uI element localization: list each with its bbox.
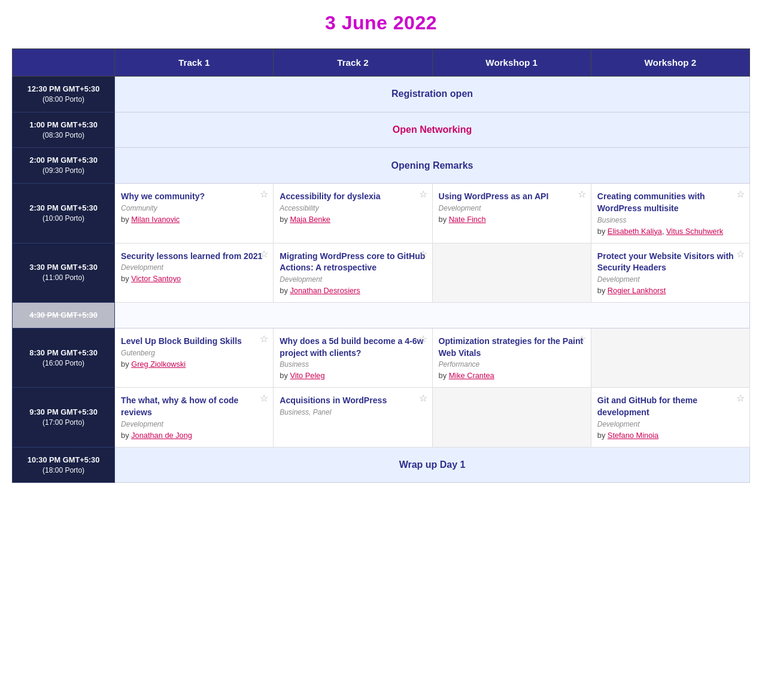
session-title: Security lessons learned from 2021 bbox=[121, 251, 267, 263]
session-title: Migrating WordPress core to GitHub Actio… bbox=[280, 251, 426, 274]
favorite-button[interactable]: ☆ bbox=[578, 334, 586, 344]
session-cell: ☆ Accessibility for dyslexia Accessibili… bbox=[274, 184, 432, 243]
session-speaker: by Mike Crantea bbox=[439, 371, 585, 380]
favorite-button[interactable]: ☆ bbox=[736, 394, 745, 403]
speaker-link[interactable]: Stefano Minoia bbox=[608, 431, 658, 440]
time-cell: 10:30 PM GMT+5:30 (18:00 Porto) bbox=[13, 447, 115, 483]
time-cell-strikethrough: 4:30 PM GMT+5:30 bbox=[13, 302, 115, 328]
speaker-link[interactable]: Elisabeth Kaliya bbox=[608, 227, 662, 236]
span-event: Open Networking bbox=[115, 112, 750, 148]
time-cell: 2:00 PM GMT+5:30 (09:30 Porto) bbox=[13, 148, 115, 184]
session-speaker: by Nate Finch bbox=[439, 215, 585, 224]
session-category: Development bbox=[121, 420, 267, 428]
session-cell: ☆ Using WordPress as an API Development … bbox=[432, 184, 591, 243]
favorite-button[interactable]: ☆ bbox=[736, 190, 745, 199]
favorite-button[interactable]: ☆ bbox=[736, 249, 745, 259]
page-title: 3 June 2022 bbox=[12, 12, 750, 34]
session-category: Development bbox=[280, 275, 426, 284]
favorite-button[interactable]: ☆ bbox=[260, 249, 268, 259]
session-cell: ☆ Git and GitHub for theme development D… bbox=[591, 388, 749, 447]
session-category: Development bbox=[439, 204, 585, 212]
favorite-button[interactable]: ☆ bbox=[419, 334, 427, 344]
session-cell: ☆ Optimization strategies for the Paint … bbox=[432, 328, 591, 387]
session-category: Performance bbox=[439, 360, 585, 369]
span-event-strikethrough bbox=[115, 302, 750, 328]
favorite-button[interactable]: ☆ bbox=[419, 190, 427, 199]
span-event: Wrap up Day 1 bbox=[115, 447, 750, 483]
session-speaker: by Stefano Minoia bbox=[597, 431, 743, 440]
session-speaker: by Jonathan de Jong bbox=[121, 431, 267, 440]
session-title: Creating communities with WordPress mult… bbox=[597, 191, 743, 214]
session-category: Development bbox=[597, 275, 743, 284]
session-cell: ☆ Security lessons learned from 2021 Dev… bbox=[115, 243, 274, 302]
session-speaker: by Elisabeth Kaliya, Vitus Schuhwerk bbox=[597, 227, 743, 236]
speaker-link[interactable]: Victor Santoyo bbox=[131, 274, 181, 283]
speaker-link[interactable]: Vitus Schuhwerk bbox=[666, 227, 723, 236]
session-title: Protect your Website Visitors with Secur… bbox=[597, 251, 743, 274]
session-speaker: by Rogier Lankhorst bbox=[597, 286, 743, 295]
speaker-link[interactable]: Mike Crantea bbox=[449, 371, 494, 380]
empty-cell bbox=[432, 243, 591, 302]
session-category: Development bbox=[121, 263, 267, 272]
session-category: Accessibility bbox=[280, 204, 426, 212]
time-cell: 3:30 PM GMT+5:30 (11:00 Porto) bbox=[13, 243, 115, 302]
time-cell: 12:30 PM GMT+5:30 (08:00 Porto) bbox=[13, 77, 115, 112]
session-speaker: by Victor Santoyo bbox=[121, 274, 267, 283]
empty-cell bbox=[432, 388, 591, 447]
favorite-button[interactable]: ☆ bbox=[260, 394, 268, 403]
session-category: Business bbox=[597, 216, 743, 224]
session-cell: ☆ The what, why & how of code reviews De… bbox=[115, 388, 274, 447]
session-category: Business bbox=[280, 360, 426, 369]
session-title: Why we community? bbox=[121, 191, 267, 203]
session-category: Gutenberg bbox=[121, 349, 267, 357]
speaker-link[interactable]: Milan Ivanovic bbox=[131, 215, 180, 224]
time-cell: 8:30 PM GMT+5:30 (16:00 Porto) bbox=[13, 328, 115, 387]
speaker-link[interactable]: Jonathan Desrosiers bbox=[290, 286, 360, 295]
session-speaker: by Maja Benke bbox=[280, 215, 426, 224]
span-event: Registration open bbox=[115, 77, 750, 112]
speaker-link[interactable]: Jonathan de Jong bbox=[131, 431, 192, 440]
col-header-track1: Track 1 bbox=[115, 49, 274, 77]
favorite-button[interactable]: ☆ bbox=[260, 334, 268, 344]
session-title: Optimization strategies for the Paint We… bbox=[439, 336, 585, 359]
session-cell: ☆ Why we community? Community by Milan I… bbox=[115, 184, 274, 243]
session-cell: ☆ Protect your Website Visitors with Sec… bbox=[591, 243, 749, 302]
col-header-workshop1: Workshop 1 bbox=[432, 49, 591, 77]
time-cell: 1:00 PM GMT+5:30 (08:30 Porto) bbox=[13, 112, 115, 148]
session-category: Community bbox=[121, 204, 267, 212]
favorite-button[interactable]: ☆ bbox=[419, 249, 427, 259]
session-speaker: by Vito Peleg bbox=[280, 371, 426, 380]
session-title: The what, why & how of code reviews bbox=[121, 395, 267, 418]
session-cell: ☆ Level Up Block Building Skills Gutenbe… bbox=[115, 328, 274, 387]
session-title: Using WordPress as an API bbox=[439, 191, 585, 203]
speaker-link[interactable]: Maja Benke bbox=[290, 215, 330, 224]
session-category: Business, Panel bbox=[280, 408, 426, 416]
session-cell: ☆ Migrating WordPress core to GitHub Act… bbox=[274, 243, 432, 302]
speaker-link[interactable]: Greg Ziolkowski bbox=[131, 360, 186, 369]
favorite-button[interactable]: ☆ bbox=[419, 394, 427, 403]
session-title: Git and GitHub for theme development bbox=[597, 395, 743, 418]
session-title: Level Up Block Building Skills bbox=[121, 336, 267, 348]
session-speaker: by Jonathan Desrosiers bbox=[280, 286, 426, 295]
session-category: Development bbox=[597, 420, 743, 428]
session-cell: ☆ Creating communities with WordPress mu… bbox=[591, 184, 749, 243]
session-speaker: by Milan Ivanovic bbox=[121, 215, 267, 224]
session-title: Acquisitions in WordPress bbox=[280, 395, 426, 407]
time-cell: 2:30 PM GMT+5:30 (10:00 Porto) bbox=[13, 184, 115, 243]
session-cell: ☆ Why does a 5d build become a 4-6w proj… bbox=[274, 328, 432, 387]
session-title: Why does a 5d build become a 4-6w projec… bbox=[280, 336, 426, 359]
favorite-button[interactable]: ☆ bbox=[260, 190, 268, 199]
span-event: Opening Remarks bbox=[115, 148, 750, 184]
time-cell: 9:30 PM GMT+5:30 (17:00 Porto) bbox=[13, 388, 115, 447]
speaker-link[interactable]: Rogier Lankhorst bbox=[608, 286, 666, 295]
col-header-time bbox=[13, 49, 115, 77]
schedule-table: Track 1 Track 2 Workshop 1 Workshop 2 12… bbox=[12, 48, 750, 483]
favorite-button[interactable]: ☆ bbox=[578, 190, 586, 199]
empty-cell bbox=[591, 328, 749, 387]
col-header-track2: Track 2 bbox=[274, 49, 432, 77]
col-header-workshop2: Workshop 2 bbox=[591, 49, 749, 77]
speaker-link[interactable]: Nate Finch bbox=[449, 215, 486, 224]
speaker-link[interactable]: Vito Peleg bbox=[290, 371, 324, 380]
session-cell: ☆ Acquisitions in WordPress Business, Pa… bbox=[274, 388, 432, 447]
session-title: Accessibility for dyslexia bbox=[280, 191, 426, 203]
